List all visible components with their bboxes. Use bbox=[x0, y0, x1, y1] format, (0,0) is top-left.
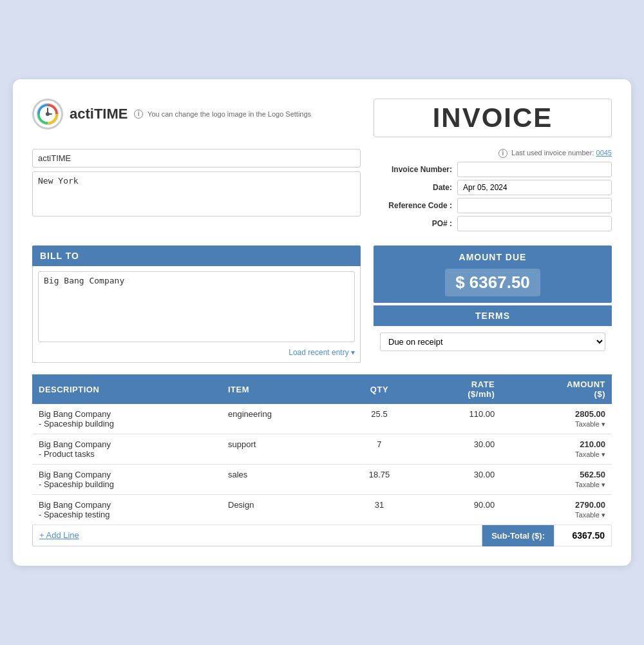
row2-item: support bbox=[222, 434, 343, 465]
logo-hint-text: You can change the logo image in the Log… bbox=[147, 110, 311, 118]
bill-to-header: BILL TO bbox=[32, 245, 361, 266]
invoice-title-box: INVOICE bbox=[374, 99, 612, 137]
col-qty: QTY bbox=[343, 374, 416, 404]
invoice-ref-row: Reference Code : bbox=[374, 198, 612, 213]
invoice-table: DESCRIPTION ITEM QTY RATE($/mh) AMOUNT($… bbox=[32, 374, 612, 525]
invoice-meta: i Last used invoice number: 0045 Invoice… bbox=[374, 149, 612, 234]
header-row: actiTIME i You can change the logo image… bbox=[32, 99, 612, 137]
row1-item: engineering bbox=[222, 404, 343, 434]
row4-amount: 2790.00Taxable ▾ bbox=[501, 495, 612, 525]
row3-amount: 562.50Taxable ▾ bbox=[501, 465, 612, 495]
add-line-cell: + Add Line bbox=[32, 525, 482, 546]
invoice-po-label: PO# : bbox=[374, 219, 457, 228]
subtotal-area: Sub-Total ($): 6367.50 bbox=[482, 525, 612, 546]
row2-rate: 30.00 bbox=[415, 434, 501, 465]
amount-terms-section: AMOUNT DUE $ 6367.50 TERMS Due on receip… bbox=[374, 245, 612, 358]
amount-due-value: $ 6367.50 bbox=[445, 269, 540, 296]
row3-qty: 18.75 bbox=[343, 465, 416, 495]
invoice-po-row: PO# : bbox=[374, 216, 612, 231]
info-icon-meta: i bbox=[498, 149, 507, 158]
terms-header: TERMS bbox=[374, 305, 612, 326]
col-description: DESCRIPTION bbox=[32, 374, 222, 404]
col-rate: RATE($/mh) bbox=[415, 374, 501, 404]
last-invoice-hint: i Last used invoice number: 0045 bbox=[374, 149, 612, 158]
subtotal-label: Sub-Total ($): bbox=[482, 525, 554, 546]
subtotal-value: 6367.50 bbox=[554, 525, 612, 546]
middle-row: BILL TO Big Bang Company Load recent ent… bbox=[32, 245, 612, 363]
last-invoice-number[interactable]: 0045 bbox=[596, 149, 612, 157]
col-amount: AMOUNT($) bbox=[501, 374, 612, 404]
row3-rate: 30.00 bbox=[415, 465, 501, 495]
table-row: Big Bang Company- Spaceship building sal… bbox=[32, 465, 612, 495]
terms-select[interactable]: Due on receipt Net 15 Net 30 Net 60 bbox=[380, 332, 605, 351]
row2-description: Big Bang Company- Product tasks bbox=[32, 434, 222, 465]
invoice-date-row: Date: bbox=[374, 180, 612, 195]
row1-taxable[interactable]: Taxable ▾ bbox=[575, 420, 605, 428]
bill-to-textarea[interactable]: Big Bang Company bbox=[38, 271, 355, 342]
invoice-number-input[interactable] bbox=[457, 162, 612, 177]
company-name-input[interactable] bbox=[32, 149, 361, 168]
logo-text: actiTIME bbox=[70, 106, 128, 122]
row4-description: Big Bang Company- Spaceship testing bbox=[32, 495, 222, 525]
row1-rate: 110.00 bbox=[415, 404, 501, 434]
last-invoice-label: Last used invoice number: bbox=[511, 149, 594, 157]
row4-taxable[interactable]: Taxable ▾ bbox=[575, 511, 605, 519]
col-item: ITEM bbox=[222, 374, 343, 404]
invoice-ref-input[interactable] bbox=[457, 198, 612, 213]
bill-to-section: BILL TO Big Bang Company Load recent ent… bbox=[32, 245, 361, 363]
row3-item: sales bbox=[222, 465, 343, 495]
invoice-ref-label: Reference Code : bbox=[374, 201, 457, 210]
logo-area: actiTIME i You can change the logo image… bbox=[32, 99, 311, 130]
table-body: Big Bang Company- Spaceship building eng… bbox=[32, 404, 612, 525]
table-header-row: DESCRIPTION ITEM QTY RATE($/mh) AMOUNT($… bbox=[32, 374, 612, 404]
row2-taxable[interactable]: Taxable ▾ bbox=[575, 450, 605, 458]
company-fields: New York bbox=[32, 149, 361, 218]
amount-due-box: AMOUNT DUE $ 6367.50 bbox=[374, 245, 612, 303]
row3-taxable[interactable]: Taxable ▾ bbox=[575, 481, 605, 488]
invoice-date-label: Date: bbox=[374, 183, 457, 192]
invoice-number-label: Invoice Number: bbox=[374, 165, 457, 174]
logo-hint: i You can change the logo image in the L… bbox=[134, 109, 311, 119]
row4-rate: 90.00 bbox=[415, 495, 501, 525]
invoice-po-input[interactable] bbox=[457, 216, 612, 231]
company-address-input[interactable]: New York bbox=[32, 171, 361, 217]
table-row: Big Bang Company- Spaceship building eng… bbox=[32, 404, 612, 434]
table-row: Big Bang Company- Spaceship testing Desi… bbox=[32, 495, 612, 525]
table-row: Big Bang Company- Product tasks support … bbox=[32, 434, 612, 465]
logo-icon bbox=[32, 99, 63, 130]
top-info-row: New York i Last used invoice number: 004… bbox=[32, 149, 612, 234]
invoice-title: INVOICE bbox=[433, 102, 553, 133]
row4-item: Design bbox=[222, 495, 343, 525]
row2-qty: 7 bbox=[343, 434, 416, 465]
load-recent-button[interactable]: Load recent entry ▾ bbox=[38, 348, 355, 357]
add-line-button[interactable]: + Add Line bbox=[39, 530, 79, 540]
table-container: DESCRIPTION ITEM QTY RATE($/mh) AMOUNT($… bbox=[32, 374, 612, 546]
row2-amount: 210.00Taxable ▾ bbox=[501, 434, 612, 465]
bill-to-body: Big Bang Company Load recent entry ▾ bbox=[32, 266, 361, 363]
row4-qty: 31 bbox=[343, 495, 416, 525]
row1-amount: 2805.00Taxable ▾ bbox=[501, 404, 612, 434]
invoice-page: actiTIME i You can change the logo image… bbox=[13, 79, 631, 566]
row3-description: Big Bang Company- Spaceship building bbox=[32, 465, 222, 495]
terms-body: Due on receipt Net 15 Net 30 Net 60 bbox=[374, 326, 612, 358]
info-icon: i bbox=[134, 110, 143, 119]
row1-qty: 25.5 bbox=[343, 404, 416, 434]
invoice-date-input[interactable] bbox=[457, 180, 612, 195]
table-footer: + Add Line Sub-Total ($): 6367.50 bbox=[32, 525, 612, 546]
amount-due-label: AMOUNT DUE bbox=[380, 252, 605, 262]
row1-description: Big Bang Company- Spaceship building bbox=[32, 404, 222, 434]
invoice-number-row: Invoice Number: bbox=[374, 162, 612, 177]
